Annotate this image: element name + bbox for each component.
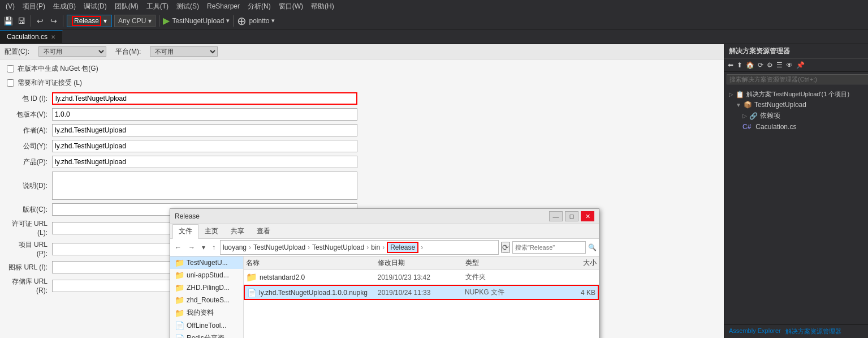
breadcrumb-luoyang[interactable]: luoyang bbox=[223, 243, 247, 251]
description-input[interactable] bbox=[52, 172, 357, 200]
menu-item-window[interactable]: 窗口(W) bbox=[275, 1, 306, 12]
configuration-dropdown[interactable]: Release ▾ bbox=[67, 15, 112, 27]
fe-breadcrumb[interactable]: luoyang › TestNugetUpload › TestNugetUpl… bbox=[220, 240, 499, 255]
close-button[interactable]: ✕ bbox=[581, 211, 594, 221]
tab-label: Caculation.cs bbox=[7, 33, 47, 41]
menu-item-tools[interactable]: 工具(T) bbox=[143, 1, 172, 12]
minimize-button[interactable]: — bbox=[549, 211, 563, 221]
breadcrumb-testnuget[interactable]: TestNugetUpload bbox=[253, 243, 305, 251]
sol-forward-icon[interactable]: ⬆ bbox=[736, 60, 744, 70]
fe-sidebar-item-2[interactable]: 📁 ZHD.PilingD... bbox=[170, 281, 243, 294]
deps-label: 依赖项 bbox=[760, 111, 780, 121]
author-input[interactable] bbox=[52, 124, 357, 136]
file-size-1: 4 KB bbox=[552, 289, 595, 297]
fe-sidebar-label-1: uni-appStud... bbox=[187, 271, 229, 279]
fe-sidebar-item-5[interactable]: 📄 OffLineTool... bbox=[170, 319, 243, 332]
save-icon[interactable]: 💾 bbox=[2, 15, 14, 27]
solution-explorer-link[interactable]: 解决方案资源管理器 bbox=[785, 327, 841, 336]
menu-item-v[interactable]: (V) bbox=[2, 1, 18, 11]
folder-icon-2: 📁 bbox=[175, 283, 184, 292]
breadcrumb-sep-4: › bbox=[382, 243, 385, 251]
fe-sidebar-item-6[interactable]: 📄 Redis分享资... bbox=[170, 332, 243, 338]
fe-sidebar-item-4[interactable]: 📁 我的资料 bbox=[170, 306, 243, 319]
solution-expand-icon: ▷ bbox=[729, 91, 733, 97]
menu-item-build[interactable]: 生成(B) bbox=[50, 1, 79, 12]
save-all-icon[interactable]: 🖫 bbox=[16, 15, 27, 27]
search-icon[interactable]: 🔍 bbox=[588, 243, 597, 251]
fe-sidebar-label-3: zhd_RouteS... bbox=[187, 296, 230, 304]
description-row: 说明(D): bbox=[7, 172, 717, 200]
tree-item-file[interactable]: C# Caculation.cs bbox=[727, 122, 866, 132]
menu-item-analyze[interactable]: 分析(N) bbox=[244, 1, 274, 12]
package-id-input[interactable] bbox=[52, 92, 357, 105]
sol-refresh-icon[interactable]: ⟳ bbox=[757, 60, 765, 70]
menu-bar: (V) 项目(P) 生成(B) 调试(D) 团队(M) 工具(T) 测试(S) … bbox=[0, 0, 868, 12]
fe-sidebar-item-3[interactable]: 📁 zhd_RouteS... bbox=[170, 294, 243, 306]
menu-item-debug[interactable]: 调试(D) bbox=[80, 1, 110, 12]
fe-file-list: 名称 修改日期 类型 大小 📁 netstandard2.0 2019/10/2… bbox=[244, 256, 599, 338]
checkbox-nuget[interactable] bbox=[7, 65, 14, 72]
header-size[interactable]: 大小 bbox=[553, 258, 597, 268]
header-date[interactable]: 修改日期 bbox=[378, 258, 465, 268]
fe-tab-file[interactable]: 文件 bbox=[172, 224, 198, 239]
cpu-dropdown[interactable]: Any CPU ▾ bbox=[114, 15, 156, 27]
menu-item-help[interactable]: 帮助(H) bbox=[308, 1, 338, 12]
fe-sidebar-item-0[interactable]: 📁 TestNugetU... bbox=[170, 256, 243, 269]
tree-item-dependencies[interactable]: ▷ 🔗 依赖项 bbox=[727, 110, 866, 122]
undo-icon[interactable]: ↩ bbox=[34, 15, 46, 27]
sol-preview-icon[interactable]: 👁 bbox=[785, 60, 794, 70]
sol-pin-icon[interactable]: 📌 bbox=[795, 60, 806, 70]
config-select[interactable]: 不可用 bbox=[38, 46, 106, 57]
version-input[interactable] bbox=[52, 108, 357, 121]
assembly-explorer-link[interactable]: Assembly Explorer bbox=[729, 327, 781, 336]
nav-up-button[interactable]: ↑ bbox=[210, 242, 218, 253]
menu-item-team[interactable]: 团队(M) bbox=[111, 1, 142, 12]
menu-item-project[interactable]: 项目(P) bbox=[19, 1, 49, 12]
refresh-button[interactable]: ⟳ bbox=[501, 242, 510, 253]
breadcrumb-bin[interactable]: bin bbox=[371, 243, 380, 251]
nav-recent-button[interactable]: ▾ bbox=[200, 242, 208, 253]
sol-home-icon[interactable]: 🏠 bbox=[745, 60, 755, 70]
solution-search-input[interactable] bbox=[727, 74, 868, 84]
tree-item-solution[interactable]: ▷ 📋 解决方案'TestNugetUpload'(1 个项目) bbox=[727, 89, 866, 100]
sol-filter-icon[interactable]: ☰ bbox=[775, 60, 784, 70]
redo-icon[interactable]: ↪ bbox=[48, 15, 59, 27]
tab-calculation[interactable]: Caculation.cs ✕ bbox=[0, 30, 63, 43]
author-label: 作者(A): bbox=[7, 126, 52, 135]
icon-url-label: 图标 URL (I): bbox=[7, 263, 52, 272]
fe-tab-view[interactable]: 查看 bbox=[251, 224, 277, 238]
header-name[interactable]: 名称 bbox=[246, 258, 378, 268]
tree-item-project[interactable]: ▼ 📦 TestNugetUpload bbox=[727, 100, 866, 110]
nav-back-button[interactable]: ← bbox=[172, 242, 184, 253]
pointer-label: pointto bbox=[249, 17, 269, 25]
fe-title: Release bbox=[175, 212, 200, 220]
project-icon: 📦 bbox=[744, 101, 752, 109]
breadcrumb-release[interactable]: Release bbox=[387, 242, 418, 253]
menu-item-test[interactable]: 测试(S) bbox=[173, 1, 202, 12]
breadcrumb-testnuget2[interactable]: TestNugetUpload bbox=[312, 243, 364, 251]
nav-forward-button[interactable]: → bbox=[186, 242, 197, 253]
menu-item-resharper[interactable]: ReSharper bbox=[204, 1, 243, 11]
fe-addressbar: ← → ▾ ↑ luoyang › TestNugetUpload › Test… bbox=[170, 239, 599, 256]
sol-back-icon[interactable]: ⬅ bbox=[727, 60, 735, 70]
maximize-button[interactable]: □ bbox=[565, 211, 578, 221]
company-input[interactable] bbox=[52, 140, 357, 152]
checkbox-license[interactable] bbox=[7, 79, 14, 87]
fe-list-item-1[interactable]: 📄 ly.zhd.TestNugetUpload.1.0.0.nupkg 201… bbox=[244, 285, 599, 300]
copyright-label: 版权(C): bbox=[7, 205, 52, 215]
fe-sidebar-item-1[interactable]: 📁 uni-appStud... bbox=[170, 269, 243, 281]
fe-list-item-0[interactable]: 📁 netstandard2.0 2019/10/23 13:42 文件夹 bbox=[244, 270, 599, 285]
file-type-0: 文件夹 bbox=[465, 272, 553, 282]
fe-tab-home[interactable]: 主页 bbox=[198, 224, 224, 238]
product-row: 产品(P): bbox=[7, 156, 717, 168]
fe-tab-share[interactable]: 共享 bbox=[224, 224, 251, 238]
sol-settings-icon[interactable]: ⚙ bbox=[766, 60, 774, 70]
header-type[interactable]: 类型 bbox=[465, 258, 553, 268]
tab-close-icon[interactable]: ✕ bbox=[51, 34, 55, 40]
product-input[interactable] bbox=[52, 156, 357, 168]
platform-select[interactable]: 不可用 bbox=[150, 46, 218, 57]
fe-search-input[interactable] bbox=[512, 241, 586, 254]
run-button[interactable]: ▶ TestNugetUpload ▾ bbox=[163, 15, 230, 26]
file-name-0: 📁 netstandard2.0 bbox=[246, 272, 378, 283]
pointer-icon[interactable]: ⊕ bbox=[237, 14, 247, 28]
